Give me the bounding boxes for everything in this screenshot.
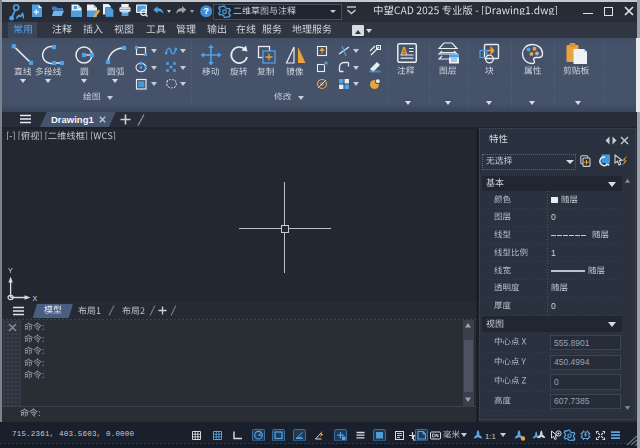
svg-text:Y: Y [8,267,13,274]
svg-text:X: X [33,295,38,302]
svg-text:?: ? [203,6,209,16]
